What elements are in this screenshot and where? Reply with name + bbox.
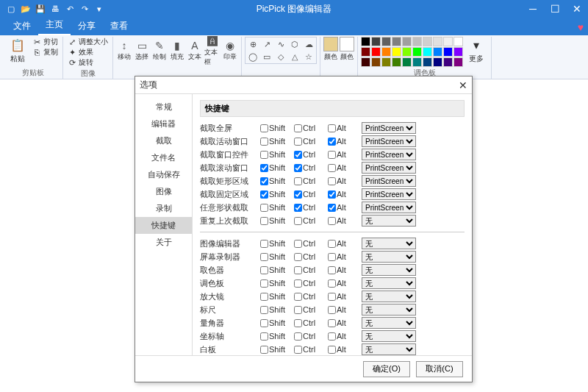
key-select[interactable]: PrintScreen — [362, 188, 416, 200]
draw-tool[interactable]: ✎绘制 — [151, 37, 168, 65]
mod-checkbox[interactable]: Alt — [328, 190, 359, 199]
swatch[interactable] — [412, 37, 422, 46]
mod-checkbox[interactable]: Alt — [328, 124, 359, 132]
key-select[interactable]: 无 — [362, 304, 416, 316]
mod-checkbox[interactable]: Ctrl — [294, 124, 325, 132]
swatch[interactable] — [392, 57, 401, 67]
swatch[interactable] — [381, 47, 391, 57]
minimize-button[interactable]: ─ — [522, 0, 544, 18]
mod-checkbox[interactable]: Ctrl — [294, 137, 325, 146]
new-icon[interactable]: ▢ — [4, 2, 18, 15]
mod-checkbox[interactable]: Shift — [260, 190, 291, 199]
swatch[interactable] — [412, 57, 422, 67]
swatch[interactable] — [402, 57, 412, 67]
swatch[interactable] — [423, 47, 432, 57]
heart-icon[interactable]: ♥ — [578, 21, 584, 35]
resize-button[interactable]: ⤢调整大小 — [66, 37, 110, 47]
mod-checkbox[interactable]: Shift — [260, 239, 291, 248]
redo-icon[interactable]: ↷ — [78, 2, 91, 15]
sidebar-item[interactable]: 常规 — [135, 99, 192, 115]
mod-checkbox[interactable]: Ctrl — [294, 345, 325, 354]
effects-button[interactable]: ✦效果 — [66, 47, 110, 57]
mod-checkbox[interactable]: Alt — [328, 292, 359, 301]
bg-color[interactable]: 颜色 — [340, 37, 354, 62]
mod-checkbox[interactable]: Shift — [260, 137, 291, 146]
mod-checkbox[interactable]: Alt — [328, 279, 359, 288]
key-select[interactable]: 无 — [362, 317, 416, 329]
mod-checkbox[interactable]: Shift — [260, 150, 291, 159]
cancel-button[interactable]: 取消(C) — [416, 361, 463, 377]
mod-checkbox[interactable]: Alt — [328, 177, 359, 185]
tab-share[interactable]: 分享 — [71, 17, 103, 35]
key-select[interactable]: 无 — [362, 264, 416, 276]
key-select[interactable]: 无 — [362, 251, 416, 263]
mod-checkbox[interactable]: Ctrl — [294, 190, 325, 199]
swatch[interactable] — [371, 47, 381, 57]
qat-more-icon[interactable]: ▾ — [93, 2, 106, 15]
mod-checkbox[interactable]: Alt — [328, 332, 359, 341]
key-select[interactable]: 无 — [362, 291, 416, 302]
sidebar-item[interactable]: 录制 — [135, 200, 192, 217]
swatch[interactable] — [433, 47, 442, 57]
swatch[interactable] — [361, 37, 370, 46]
fg-color[interactable]: 颜色 — [323, 37, 338, 62]
swatch[interactable] — [371, 37, 381, 46]
mod-checkbox[interactable]: Alt — [328, 266, 359, 274]
swatch[interactable] — [453, 57, 463, 67]
dialog-close-icon[interactable]: ✕ — [459, 79, 467, 91]
sidebar-item[interactable]: 图像 — [135, 183, 192, 200]
mod-checkbox[interactable]: Shift — [260, 163, 291, 172]
mod-checkbox[interactable]: Shift — [260, 318, 291, 327]
mod-checkbox[interactable]: Alt — [328, 252, 359, 261]
mod-checkbox[interactable]: Shift — [260, 124, 291, 132]
mod-checkbox[interactable]: Alt — [328, 305, 359, 314]
text-tool[interactable]: A文本 — [187, 37, 203, 65]
key-select[interactable]: PrintScreen — [362, 149, 416, 160]
tab-home[interactable]: 主页 — [38, 15, 71, 35]
swatch[interactable] — [402, 37, 412, 46]
shapes-gallery[interactable]: ⊕↗∿⬡☁ ◯▭◇△☆ — [245, 37, 317, 64]
mod-checkbox[interactable]: Shift — [260, 266, 291, 274]
mod-checkbox[interactable]: Ctrl — [294, 332, 325, 341]
mod-checkbox[interactable]: Alt — [328, 216, 359, 225]
stamp-tool[interactable]: ◉印章 — [222, 37, 238, 65]
mod-checkbox[interactable]: Ctrl — [294, 177, 325, 185]
sidebar-item[interactable]: 快捷键 — [135, 217, 192, 234]
mod-checkbox[interactable]: Ctrl — [294, 266, 325, 274]
mod-checkbox[interactable]: Ctrl — [294, 163, 325, 172]
mod-checkbox[interactable]: Shift — [260, 279, 291, 288]
sidebar-item[interactable]: 关于 — [135, 234, 192, 251]
mod-checkbox[interactable]: Ctrl — [294, 150, 325, 159]
cut-button[interactable]: ✂剪切 — [31, 37, 60, 47]
open-icon[interactable]: 📂 — [19, 2, 32, 15]
move-tool[interactable]: ↕移动 — [116, 37, 132, 65]
key-select[interactable]: 无 — [362, 343, 416, 355]
mod-checkbox[interactable]: Alt — [328, 239, 359, 248]
key-select[interactable]: PrintScreen — [362, 135, 416, 147]
select-tool[interactable]: ▭选择 — [134, 37, 150, 65]
key-select[interactable]: 无 — [362, 238, 416, 249]
swatch[interactable] — [361, 57, 370, 67]
more-colors-button[interactable]: ▾更多 — [465, 37, 488, 64]
undo-icon[interactable]: ↶ — [63, 2, 76, 15]
mod-checkbox[interactable]: Alt — [328, 203, 359, 212]
swatch[interactable] — [443, 57, 453, 67]
swatch[interactable] — [402, 47, 412, 57]
maximize-button[interactable]: ☐ — [544, 0, 566, 18]
swatch[interactable] — [381, 37, 391, 46]
swatch[interactable] — [443, 47, 453, 57]
key-select[interactable]: 无 — [362, 277, 416, 289]
key-select[interactable]: PrintScreen — [362, 122, 416, 134]
close-button[interactable]: ✕ — [566, 0, 588, 18]
sidebar-item[interactable]: 截取 — [135, 132, 192, 149]
mod-checkbox[interactable]: Alt — [328, 163, 359, 172]
mod-checkbox[interactable]: Alt — [328, 345, 359, 354]
mod-checkbox[interactable]: Ctrl — [294, 252, 325, 261]
swatch[interactable] — [453, 47, 463, 57]
ok-button[interactable]: 确定(O) — [363, 361, 410, 377]
key-select[interactable]: 无 — [362, 330, 416, 342]
mod-checkbox[interactable]: Ctrl — [294, 216, 325, 225]
tab-view[interactable]: 查看 — [103, 17, 135, 35]
mod-checkbox[interactable]: Ctrl — [294, 279, 325, 288]
sidebar-item[interactable]: 编辑器 — [135, 115, 192, 132]
